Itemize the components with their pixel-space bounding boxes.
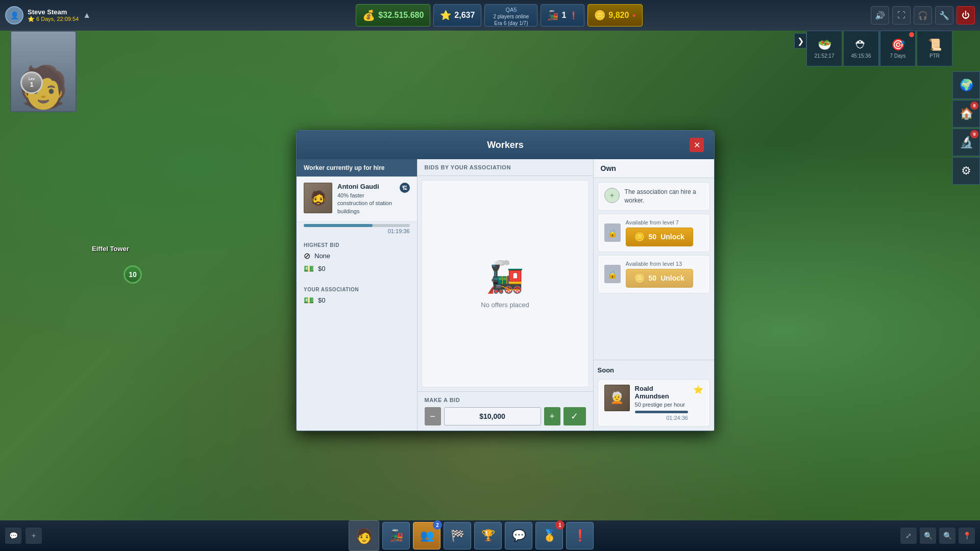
bid-confirm-button[interactable]: ✓ bbox=[564, 407, 586, 425]
bid-timer-fill bbox=[304, 224, 373, 227]
bid-plus-button[interactable]: + bbox=[544, 407, 560, 425]
bid-timer-label: 01:19:36 bbox=[297, 227, 417, 237]
assoc-label: YOUR ASSOCIATION bbox=[304, 287, 410, 292]
soon-timer-label: 01:24:36 bbox=[635, 415, 688, 421]
make-bid-label: MAKE A BID bbox=[425, 397, 586, 403]
assoc-hire-text: The association can hire a worker. bbox=[625, 188, 703, 205]
unlock-section-1: Available from level 7 🪙 50 Unlock bbox=[626, 219, 693, 246]
coin-icon-2: 🪙 bbox=[634, 273, 645, 283]
bids-header: BIDS BY YOUR ASSOCIATION bbox=[418, 159, 593, 176]
soon-header: Soon bbox=[598, 364, 710, 376]
money-bid-icon: 💵 bbox=[304, 264, 314, 273]
assoc-bid-section: YOUR ASSOCIATION 💵 $0 bbox=[297, 282, 417, 313]
highest-bid-label: HIGHEST BID bbox=[304, 242, 410, 248]
own-header: Own bbox=[594, 159, 714, 178]
assoc-hire-item: ＋ The association can hire a worker. bbox=[598, 182, 710, 211]
workers-modal: Workers ✕ Worker currently up for hire 🧔… bbox=[296, 130, 715, 431]
no-bid-icon: ⊘ bbox=[304, 251, 310, 261]
soon-worker-details: Roald Amundsen 50 prestige per hour 01:2… bbox=[635, 385, 688, 421]
highest-bid-section: HIGHEST BID ⊘ None 💵 $0 bbox=[297, 237, 417, 282]
modal-body: Worker currently up for hire 🧔 Antoni Ga… bbox=[297, 159, 714, 431]
level7-item: 🔒 Available from level 7 🪙 50 Unlock bbox=[598, 214, 710, 252]
soon-skill-icon: ⭐ bbox=[693, 385, 703, 394]
make-bid-section: MAKE A BID − + ✓ bbox=[418, 391, 593, 431]
lock-icon-1: 🔒 bbox=[604, 223, 621, 242]
unlock-label-2: Unlock bbox=[660, 274, 684, 282]
worker-card: 🧔 Antoni Gaudi 40% faster construction o… bbox=[297, 177, 417, 222]
bid-input-row: − + ✓ bbox=[425, 407, 586, 425]
bid-money-value: $0 bbox=[318, 265, 325, 272]
worker-portrait: 🧔 bbox=[304, 183, 332, 213]
hire-header: Worker currently up for hire bbox=[297, 159, 417, 177]
left-panel: Worker currently up for hire 🧔 Antoni Ga… bbox=[297, 159, 418, 431]
worker-details: Antoni Gaudi 40% faster construction of … bbox=[337, 183, 395, 215]
own-section: ＋ The association can hire a worker. 🔒 A… bbox=[594, 178, 714, 360]
no-offers-text: No offers placed bbox=[481, 301, 529, 309]
bid-timer-bar bbox=[304, 224, 410, 227]
unlock-cost-1: 50 bbox=[649, 233, 657, 241]
unlock-label-1: Unlock bbox=[660, 233, 684, 241]
worker-bonus: 40% faster construction of station build… bbox=[337, 192, 395, 215]
bid-amount-input[interactable] bbox=[444, 407, 541, 425]
train-empty-icon: 🚂 bbox=[486, 259, 524, 295]
worker-skill-icon: 🏗 bbox=[400, 183, 410, 193]
available-label-2: Available from level 13 bbox=[626, 261, 693, 267]
bid-minus-button[interactable]: − bbox=[425, 407, 441, 425]
available-label-1: Available from level 7 bbox=[626, 219, 693, 226]
level13-item: 🔒 Available from level 13 🪙 50 Unlock bbox=[598, 255, 710, 293]
soon-section: Soon 🧑‍🦳 Roald Amundsen 50 prestige per … bbox=[594, 360, 714, 431]
soon-worker-portrait: 🧑‍🦳 bbox=[604, 385, 630, 411]
unlock-section-2: Available from level 13 🪙 50 Unlock bbox=[626, 261, 693, 288]
bid-row-none: ⊘ None bbox=[304, 251, 410, 261]
modal-header: Workers ✕ bbox=[297, 131, 714, 159]
soon-worker-name: Roald Amundsen bbox=[635, 385, 688, 400]
bid-row-money: 💵 $0 bbox=[304, 264, 410, 273]
right-panel: Own ＋ The association can hire a worker.… bbox=[594, 159, 714, 431]
coin-icon-1: 🪙 bbox=[634, 232, 645, 242]
assoc-money-icon: 💵 bbox=[304, 295, 314, 305]
plus-icon: ＋ bbox=[604, 188, 620, 203]
unlock-cost-2: 50 bbox=[649, 274, 657, 282]
worker-portrait-img: 🧔 bbox=[304, 183, 332, 213]
middle-panel: BIDS BY YOUR ASSOCIATION 🚂 No offers pla… bbox=[418, 159, 594, 431]
soon-worker-bonus: 50 prestige per hour bbox=[635, 402, 688, 408]
soon-worker-card: 🧑‍🦳 Roald Amundsen 50 prestige per hour … bbox=[598, 379, 710, 427]
assoc-money-value: $0 bbox=[318, 296, 325, 304]
assoc-bid-row: 💵 $0 bbox=[304, 295, 410, 305]
modal-overlay: Workers ✕ Worker currently up for hire 🧔… bbox=[0, 0, 980, 551]
lock-icon-2: 🔒 bbox=[604, 265, 621, 283]
soon-timer-bar bbox=[635, 411, 688, 413]
unlock-button-1[interactable]: 🪙 50 Unlock bbox=[626, 228, 693, 246]
worker-name: Antoni Gaudi bbox=[337, 183, 395, 190]
modal-title: Workers bbox=[321, 140, 690, 151]
bids-content: 🚂 No offers placed bbox=[422, 180, 589, 387]
unlock-button-2[interactable]: 🪙 50 Unlock bbox=[626, 269, 693, 288]
modal-close-button[interactable]: ✕ bbox=[690, 138, 704, 152]
bid-none-text: None bbox=[314, 252, 330, 260]
